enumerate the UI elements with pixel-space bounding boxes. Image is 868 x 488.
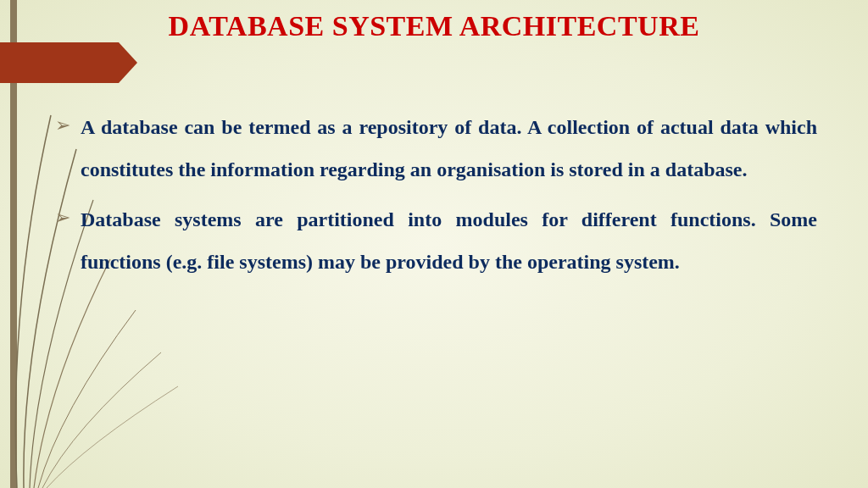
- bullet-text: Database systems are partitioned into mo…: [81, 198, 817, 284]
- bullet-marker-icon: ➢: [55, 198, 70, 284]
- bullet-text: A database can be termed as a repository…: [81, 106, 817, 191]
- bullet-item: ➢ A database can be termed as a reposito…: [55, 106, 817, 191]
- banner-tab: [0, 42, 119, 83]
- bullet-marker-icon: ➢: [55, 106, 70, 191]
- content-area: ➢ A database can be termed as a reposito…: [55, 106, 817, 291]
- banner-arrow: [119, 42, 137, 83]
- bullet-item: ➢ Database systems are partitioned into …: [55, 198, 817, 284]
- slide-title: DATABASE SYSTEM ARCHITECTURE: [0, 10, 868, 42]
